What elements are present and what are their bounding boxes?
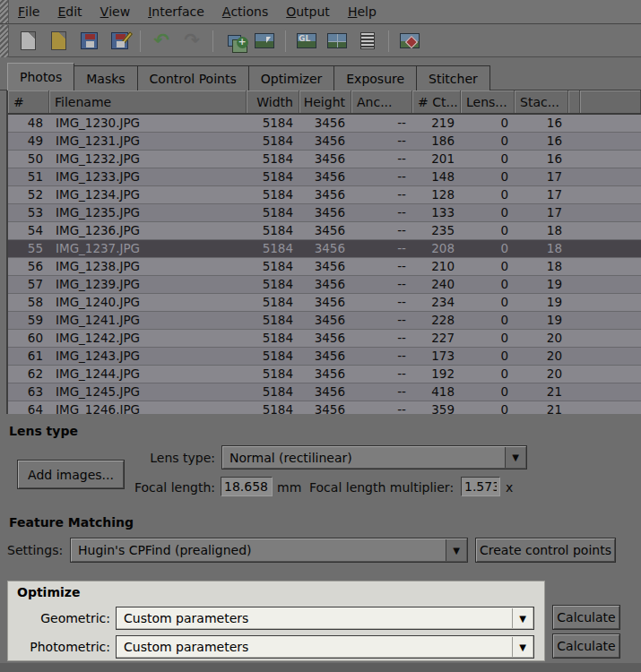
gl-preview-icon[interactable]: GL xyxy=(292,28,321,55)
tab-photos[interactable]: Photos xyxy=(7,63,74,90)
photometric-optimizer-dropdown[interactable]: Custom parameters ▼ xyxy=(116,635,534,659)
geometric-label: Geometric: xyxy=(21,611,110,625)
tab-control-points[interactable]: Control Points xyxy=(137,65,249,90)
tab-exposure[interactable]: Exposure xyxy=(333,65,417,90)
toolbar-grip-handle[interactable] xyxy=(0,25,9,57)
table-row[interactable]: 53IMG_1235.JPG51843456--133017 xyxy=(8,204,641,222)
focal-length-multiplier-field[interactable] xyxy=(461,477,500,496)
table-row[interactable]: 51IMG_1233.JPG51843456--148017 xyxy=(8,168,641,186)
table-row[interactable]: 61IMG_1243.JPG51843456--173020 xyxy=(8,348,641,366)
cell-width: 5184 xyxy=(247,401,299,414)
cell-height: 3456 xyxy=(299,366,351,383)
run-assistant-icon[interactable] xyxy=(395,28,424,55)
cell-num: 58 xyxy=(8,294,49,311)
table-row[interactable]: 52IMG_1234.JPG51843456--128017 xyxy=(8,186,641,204)
cell-num: 59 xyxy=(8,312,49,329)
save-project-icon[interactable] xyxy=(74,28,103,55)
lens-type-dropdown[interactable]: Normal (rectilinear) ▼ xyxy=(221,445,527,470)
menu-help[interactable]: Help xyxy=(339,0,385,23)
cell-filler xyxy=(568,401,641,414)
new-project-icon[interactable] xyxy=(13,28,42,55)
cell-num: 53 xyxy=(8,204,49,221)
tab-masks[interactable]: Masks xyxy=(74,65,137,90)
column-header-anc[interactable]: Anc... xyxy=(351,90,412,113)
cell-height: 3456 xyxy=(299,312,351,329)
table-row[interactable]: 58IMG_1240.JPG51843456--234019 xyxy=(8,294,641,312)
open-project-icon[interactable] xyxy=(44,28,73,55)
table-row[interactable]: 48IMG_1230.JPG51843456--219016 xyxy=(8,115,641,133)
cell-ctrl-points: 148 xyxy=(412,168,461,185)
table-row[interactable]: 64IMG_1246.JPG51843456--359021 xyxy=(8,401,641,414)
menubar-grip-handle[interactable] xyxy=(0,0,9,23)
create-control-points-button[interactable]: Create control points xyxy=(475,538,616,563)
add-images-icon[interactable] xyxy=(220,28,248,55)
menu-actions[interactable]: Actions xyxy=(213,0,277,23)
column-header-lens[interactable]: Lens... xyxy=(461,90,515,113)
optimize-section-highlight: Optimize Geometric: Custom parameters ▼ … xyxy=(7,581,545,661)
cell-height: 3456 xyxy=(299,204,351,221)
table-row[interactable]: 55IMG_1237.JPG51843456--208018 xyxy=(8,240,641,258)
table-row[interactable]: 57IMG_1239.JPG51843456--240019 xyxy=(8,276,641,294)
calculate-photometric-button[interactable]: Calculate xyxy=(552,633,620,659)
cell-ctrl-points: 228 xyxy=(412,312,461,329)
menu-file[interactable]: File xyxy=(9,0,48,23)
cell-stack: 21 xyxy=(515,401,568,414)
column-header-num[interactable]: # xyxy=(8,90,49,113)
cell-width: 5184 xyxy=(247,383,299,401)
geometric-optimizer-dropdown[interactable]: Custom parameters ▼ xyxy=(116,607,534,630)
cell-ctrl-points: 208 xyxy=(412,240,461,257)
save-project-as-icon[interactable] xyxy=(105,28,134,55)
cell-num: 60 xyxy=(8,330,49,347)
column-header-height[interactable]: Height xyxy=(299,90,351,113)
add-time-series-of-images-icon[interactable] xyxy=(250,28,279,55)
cell-anchor: -- xyxy=(351,294,412,311)
feature-matching-settings-value: Hugin's CPFind (prealigned) xyxy=(78,543,251,557)
column-header-filename[interactable]: Filename xyxy=(49,90,247,113)
cell-lens: 0 xyxy=(461,222,515,239)
column-header-filler xyxy=(580,90,641,113)
cell-num: 63 xyxy=(8,383,49,401)
tab-optimizer[interactable]: Optimizer xyxy=(248,65,335,90)
cell-ctrl-points: 359 xyxy=(412,401,461,414)
menu-view[interactable]: View xyxy=(91,0,140,23)
focal-length-field[interactable] xyxy=(221,477,273,496)
menu-edit[interactable]: Edit xyxy=(48,0,91,23)
cell-filename: IMG_1236.JPG xyxy=(49,222,247,239)
cell-height: 3456 xyxy=(299,115,351,132)
column-header-stac[interactable]: Stac... xyxy=(515,90,568,113)
feature-matching-settings-dropdown[interactable]: Hugin's CPFind (prealigned) ▼ xyxy=(70,538,468,563)
table-row[interactable]: 62IMG_1244.JPG51843456--192020 xyxy=(8,366,641,383)
cell-num: 61 xyxy=(8,348,49,365)
table-row[interactable]: 54IMG_1236.JPG51843456--235018 xyxy=(8,222,641,240)
tab-stitcher[interactable]: Stitcher xyxy=(416,65,490,90)
focal-length-label: Focal length: xyxy=(108,480,215,495)
cell-filename: IMG_1230.JPG xyxy=(49,115,247,132)
menu-bar: FileEditViewInterfaceActionsOutputHelp xyxy=(0,0,641,24)
menu-output[interactable]: Output xyxy=(277,0,339,23)
redo-icon[interactable]: ↷ xyxy=(178,28,206,55)
cell-height: 3456 xyxy=(299,258,351,275)
cell-width: 5184 xyxy=(247,294,299,311)
table-row[interactable]: 63IMG_1245.JPG51843456--418021 xyxy=(8,383,641,401)
cell-num: 49 xyxy=(8,133,49,150)
fast-preview-icon[interactable] xyxy=(323,28,351,55)
cell-lens: 0 xyxy=(461,366,515,383)
cell-filename: IMG_1238.JPG xyxy=(49,258,247,275)
cell-lens: 0 xyxy=(461,401,515,414)
calculate-geometric-button[interactable]: Calculate xyxy=(552,605,620,630)
cell-filename: IMG_1243.JPG xyxy=(49,348,247,365)
cell-filler xyxy=(568,222,641,239)
table-row[interactable]: 60IMG_1242.JPG51843456--227020 xyxy=(8,330,641,348)
cell-filename: IMG_1231.JPG xyxy=(49,133,247,150)
table-row[interactable]: 56IMG_1238.JPG51843456--210018 xyxy=(8,258,641,276)
table-row[interactable]: 50IMG_1232.JPG51843456--201016 xyxy=(8,151,641,168)
undo-icon[interactable]: ↶ xyxy=(147,28,176,55)
control-point-table-icon[interactable] xyxy=(353,28,382,55)
cell-stack: 16 xyxy=(515,151,568,168)
cell-stack: 17 xyxy=(515,168,568,185)
column-header-width[interactable]: Width xyxy=(247,90,299,113)
menu-interface[interactable]: Interface xyxy=(139,0,213,23)
column-header-ct[interactable]: # Ct... xyxy=(412,90,461,113)
table-row[interactable]: 49IMG_1231.JPG51843456--186016 xyxy=(8,133,641,151)
table-row[interactable]: 59IMG_1241.JPG51843456--228019 xyxy=(8,312,641,330)
